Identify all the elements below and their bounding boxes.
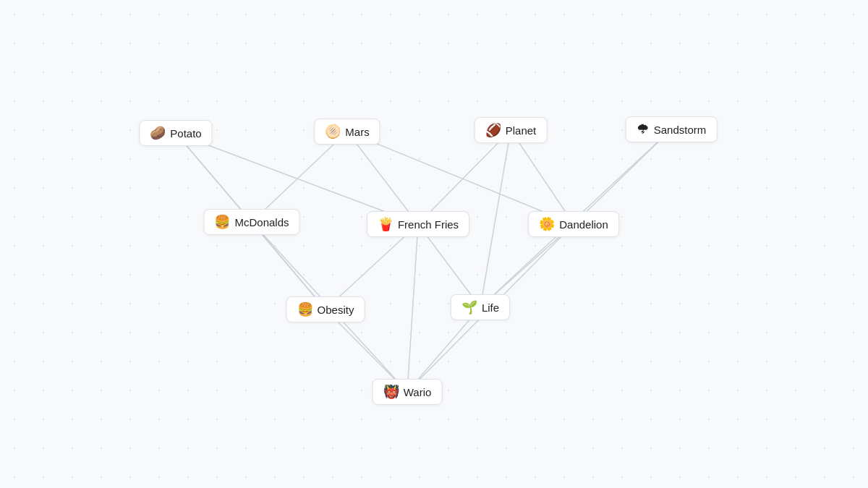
wario-label: Wario [404,386,432,398]
potato-label: Potato [170,127,201,140]
planet-icon: 🏈 [485,124,501,137]
node-mcdonalds[interactable]: 🍔McDonalds [203,209,299,235]
mars-icon: 🫓 [325,125,341,138]
node-sandstorm[interactable]: 🌩Sandstorm [626,116,718,142]
mcdonalds-label: McDonalds [234,216,289,228]
potato-icon: 🥔 [150,127,166,140]
node-wario[interactable]: 👹Wario [373,379,443,405]
svg-line-6 [418,130,511,224]
svg-line-9 [574,129,671,224]
mars-label: Mars [345,126,369,138]
svg-line-8 [480,130,511,307]
life-icon: 🌱 [461,301,477,314]
node-frenchfries[interactable]: 🍟French Fries [367,211,469,237]
node-life[interactable]: 🌱Life [451,294,510,320]
life-label: Life [482,301,499,314]
mcdonalds-icon: 🍔 [214,215,230,228]
node-potato[interactable]: 🥔Potato [139,120,212,146]
svg-line-7 [511,130,574,224]
frenchfries-label: French Fries [398,218,459,231]
frenchfries-icon: 🍟 [378,218,393,231]
planet-label: Planet [506,124,537,137]
svg-line-4 [347,132,418,224]
obesity-label: Obesity [318,304,354,316]
sandstorm-icon: 🌩 [637,123,650,136]
dandelion-label: Dandelion [559,218,608,231]
node-planet[interactable]: 🏈Planet [475,117,548,143]
obesity-icon: 🍔 [297,303,313,316]
node-dandelion[interactable]: 🌼Dandelion [528,211,619,237]
svg-line-5 [347,132,574,224]
svg-line-15 [407,224,418,392]
dandelion-icon: 🌼 [539,218,555,231]
node-mars[interactable]: 🫓Mars [314,119,380,145]
connections-svg [0,0,868,488]
node-obesity[interactable]: 🍔Obesity [286,296,365,322]
sandstorm-label: Sandstorm [654,124,707,136]
wario-icon: 👹 [383,385,399,398]
